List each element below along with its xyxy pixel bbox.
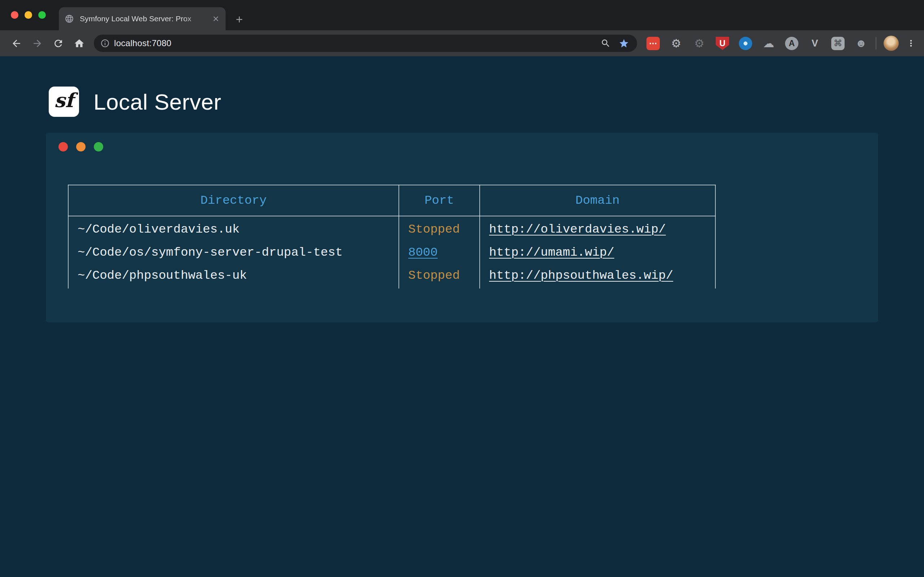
table-row: ~/Code/oliverdavies.uk Stopped http://ol…: [68, 216, 716, 241]
directory-cell: ~/Code/oliverdavies.uk: [68, 216, 399, 241]
domain-link[interactable]: http://phpsouthwales.wip/: [489, 269, 673, 282]
window-close-button[interactable]: [11, 11, 18, 19]
domain-cell: http://phpsouthwales.wip/: [480, 264, 716, 288]
tab-title: Symfony Local Web Server: Prox: [80, 15, 206, 23]
reload-button[interactable]: [50, 35, 66, 52]
menu-kebab-icon[interactable]: [906, 38, 916, 48]
back-button[interactable]: [8, 35, 24, 52]
zoom-magnifier-icon[interactable]: [601, 38, 611, 48]
panel-window-dots: [58, 142, 878, 152]
domain-link[interactable]: http://umami.wip/: [489, 246, 614, 259]
gear-extension-icon[interactable]: ⚙: [670, 37, 683, 50]
forward-button[interactable]: [29, 35, 45, 52]
column-header-port: Port: [399, 185, 480, 216]
dark-gear-extension-icon[interactable]: ⚙: [693, 37, 706, 50]
table-row: ~/Code/phpsouthwales-uk Stopped http://p…: [68, 264, 716, 288]
home-button[interactable]: [71, 35, 87, 52]
url-text[interactable]: localhost:7080: [114, 38, 601, 48]
browser-window: Symfony Local Web Server: Prox localhost…: [0, 0, 924, 56]
page-content: sf Local Server Directory Port Domain ~/…: [0, 56, 924, 577]
directory-cell: ~/Code/os/symfony-server-drupal-test: [68, 241, 399, 264]
symfony-logo: sf: [49, 87, 79, 117]
window-minimize-button[interactable]: [24, 11, 32, 19]
new-tab-button[interactable]: [234, 15, 244, 24]
letter-v-extension-icon[interactable]: V: [808, 37, 822, 50]
domain-cell: http://umami.wip/: [480, 241, 716, 264]
table-row: ~/Code/os/symfony-server-drupal-test 800…: [68, 241, 716, 264]
page-title: Local Server: [94, 89, 221, 115]
extensions-bar: ⋯ ⚙ ⚙ U ☁ A V ⌘ ☻: [646, 37, 868, 50]
browser-toolbar: localhost:7080 ⋯ ⚙ ⚙ U ☁ A V ⌘ ☻: [0, 30, 924, 56]
port-cell: Stopped: [399, 216, 480, 241]
ublock-extension-icon[interactable]: U: [716, 37, 729, 50]
profile-avatar[interactable]: [884, 36, 899, 51]
site-info-icon[interactable]: [100, 39, 110, 48]
panel-dot-red: [58, 142, 68, 152]
port-link[interactable]: 8000: [408, 246, 438, 259]
server-panel: Directory Port Domain ~/Code/oliverdavie…: [46, 133, 878, 322]
domain-link[interactable]: http://oliverdavies.wip/: [489, 222, 666, 236]
bookmark-star-icon[interactable]: [619, 38, 629, 49]
tab-close-icon[interactable]: [212, 15, 220, 23]
servers-table: Directory Port Domain ~/Code/oliverdavie…: [68, 185, 716, 288]
panel-dot-orange: [76, 142, 86, 152]
domain-cell: http://oliverdavies.wip/: [480, 216, 716, 241]
tab-strip: Symfony Local Web Server: Prox: [0, 0, 924, 30]
port-cell: 8000: [399, 241, 480, 264]
port-status-stopped: Stopped: [408, 269, 460, 282]
browser-tab[interactable]: Symfony Local Web Server: Prox: [59, 7, 226, 30]
window-controls: [11, 11, 46, 19]
red-dots-extension-icon[interactable]: ⋯: [646, 37, 660, 50]
column-header-domain: Domain: [480, 185, 716, 216]
window-zoom-button[interactable]: [38, 11, 46, 19]
column-header-directory: Directory: [68, 185, 399, 216]
blue-circle-extension-icon[interactable]: [739, 37, 752, 50]
brand-header: sf Local Server: [49, 56, 878, 117]
port-status-stopped: Stopped: [408, 222, 460, 236]
toolbar-divider: [876, 37, 876, 49]
address-bar[interactable]: localhost:7080: [94, 35, 637, 52]
table-header-row: Directory Port Domain: [68, 185, 716, 216]
letter-a-extension-icon[interactable]: A: [785, 37, 798, 50]
cloud-extension-icon[interactable]: ☁: [762, 37, 775, 50]
port-cell: Stopped: [399, 264, 480, 288]
directory-cell: ~/Code/phpsouthwales-uk: [68, 264, 399, 288]
grey-badge-extension-icon[interactable]: ⌘: [831, 37, 845, 50]
globe-favicon-icon: [65, 14, 74, 23]
octocat-extension-icon[interactable]: ☻: [855, 37, 868, 50]
panel-dot-green: [94, 142, 103, 152]
